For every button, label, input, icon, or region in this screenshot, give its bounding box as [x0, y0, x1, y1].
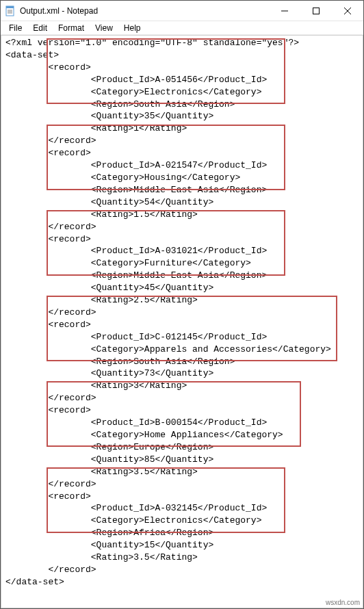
menu-file[interactable]: File	[3, 22, 27, 34]
menu-help[interactable]: Help	[118, 22, 146, 34]
svg-rect-6	[313, 8, 320, 14]
close-button[interactable]	[332, 1, 363, 21]
menu-format[interactable]: Format	[53, 22, 90, 34]
menubar: File Edit Format View Help	[1, 21, 363, 35]
text-area[interactable]: <?xml version="1.0" encoding="UTF-8" sta…	[1, 35, 363, 608]
window-title: Output.xml - Notepad	[20, 6, 269, 16]
menu-view[interactable]: View	[90, 22, 118, 34]
titlebar: Output.xml - Notepad	[1, 1, 363, 21]
menu-edit[interactable]: Edit	[27, 22, 53, 34]
svg-rect-1	[6, 6, 14, 8]
maximize-button[interactable]	[300, 1, 332, 21]
watermark: wsxdn.com	[326, 599, 360, 606]
minimize-button[interactable]	[269, 1, 300, 21]
notepad-icon	[5, 5, 16, 16]
notepad-window: Output.xml - Notepad File Edit Format Vi…	[0, 0, 364, 609]
